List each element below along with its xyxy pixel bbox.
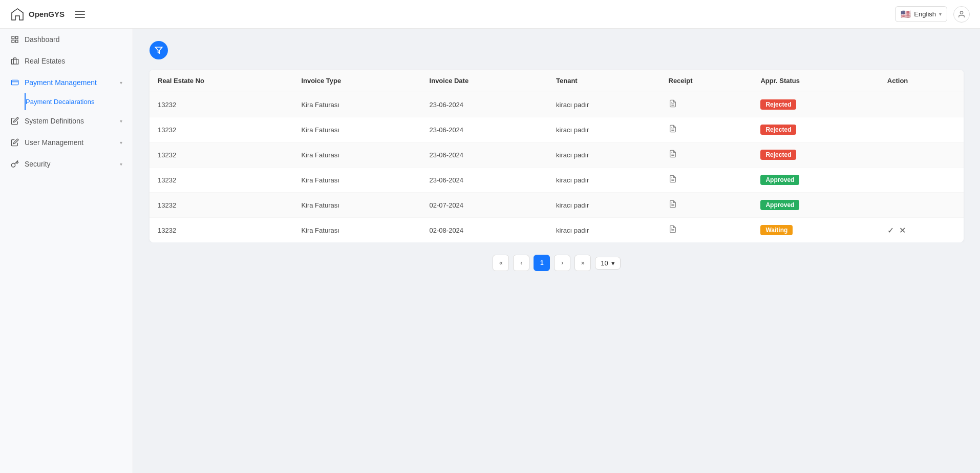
svg-rect-4 (15, 40, 18, 43)
sidebar-label-real-estates: Real Estates (25, 57, 122, 65)
svg-rect-2 (15, 36, 18, 39)
cell-action: ✓ ✕ (879, 218, 964, 243)
cell-receipt[interactable] (661, 168, 753, 193)
col-receipt: Receipt (661, 70, 753, 92)
cell-invoice-type: Kira Faturası (293, 142, 421, 168)
grid-icon (10, 35, 19, 44)
hamburger-button[interactable] (73, 9, 87, 20)
cell-real-estate-no: 13232 (150, 193, 293, 218)
status-badge: Rejected (760, 125, 796, 135)
cell-invoice-type: Kira Faturası (293, 92, 421, 117)
sidebar-label-payment-management: Payment Management (25, 78, 115, 87)
filter-button[interactable] (150, 41, 168, 59)
receipt-doc-icon[interactable] (669, 126, 677, 135)
status-badge: Waiting (760, 225, 793, 235)
user-management-icon (10, 138, 19, 147)
chevron-icon-payment: ▾ (120, 80, 122, 86)
key-icon (10, 159, 19, 169)
filter-icon (155, 46, 163, 54)
receipt-doc-icon[interactable] (669, 176, 677, 185)
hamburger-line1 (75, 11, 85, 12)
action-icons: ✓ ✕ (887, 225, 955, 235)
pagination-last-button[interactable]: » (574, 255, 591, 271)
sidebar-label-dashboard: Dashboard (25, 35, 122, 44)
svg-rect-5 (11, 59, 18, 64)
status-badge: Rejected (760, 150, 796, 160)
table-row: 13232 Kira Faturası 23-06-2024 kiracı pa… (150, 92, 964, 117)
cell-invoice-date: 23-06-2024 (421, 142, 548, 168)
cell-receipt[interactable] (661, 218, 753, 243)
cell-real-estate-no: 13232 (150, 168, 293, 193)
col-action: Action (879, 70, 964, 92)
cell-status: Rejected (752, 92, 879, 117)
pagination-first-button[interactable]: « (493, 255, 509, 271)
cell-receipt[interactable] (661, 92, 753, 117)
edit-icon (10, 116, 19, 126)
sidebar-sub-payment: Payment Decalarations (0, 93, 133, 110)
sidebar-item-system-definitions[interactable]: System Definitions ▾ (0, 110, 133, 132)
status-badge: Approved (760, 200, 799, 210)
user-profile-button[interactable] (953, 6, 970, 23)
pagination-next-button[interactable]: › (554, 255, 570, 271)
cell-status: Rejected (752, 117, 879, 142)
user-icon (957, 10, 966, 18)
col-appr-status: Appr. Status (752, 70, 879, 92)
cell-receipt[interactable] (661, 142, 753, 168)
sidebar-label-user-management: User Management (25, 138, 115, 147)
cell-receipt[interactable] (661, 117, 753, 142)
building-icon (10, 56, 19, 66)
receipt-doc-icon[interactable] (669, 201, 677, 210)
status-badge: Approved (760, 175, 799, 185)
sidebar-item-payment-management[interactable]: Payment Management ▾ (0, 72, 133, 93)
page-size-selector[interactable]: 10 ▾ (595, 257, 620, 270)
svg-point-0 (960, 11, 963, 14)
main-content: Real Estate No Invoice Type Invoice Date… (133, 29, 980, 473)
cell-invoice-date: 02-08-2024 (421, 218, 548, 243)
cell-invoice-date: 23-06-2024 (421, 168, 548, 193)
cell-invoice-type: Kira Faturası (293, 168, 421, 193)
table-row: 13232 Kira Faturası 23-06-2024 kiracı pa… (150, 117, 964, 142)
layout: Dashboard Real Estates Payment Managemen… (0, 29, 980, 473)
page-size-value: 10 (601, 259, 608, 267)
sidebar-item-real-estates[interactable]: Real Estates (0, 50, 133, 72)
cell-action (879, 193, 964, 218)
hamburger-line3 (75, 17, 85, 18)
top-nav: OpenGYS 🇺🇸 English ▾ (0, 0, 980, 29)
table-row: 13232 Kira Faturası 02-07-2024 kiracı pa… (150, 193, 964, 218)
cell-status: Waiting (752, 218, 879, 243)
status-badge: Rejected (760, 99, 796, 110)
cell-action (879, 92, 964, 117)
svg-rect-3 (12, 40, 14, 43)
sidebar-item-dashboard[interactable]: Dashboard (0, 29, 133, 50)
logo-icon (10, 7, 25, 22)
cell-action (879, 168, 964, 193)
cell-status: Approved (752, 193, 879, 218)
cell-receipt[interactable] (661, 193, 753, 218)
pagination-prev-button[interactable]: ‹ (513, 255, 529, 271)
chevron-icon-system: ▾ (120, 118, 122, 124)
sidebar-item-security[interactable]: Security ▾ (0, 153, 133, 175)
payment-icon (10, 78, 19, 87)
page-size-arrow: ▾ (611, 259, 615, 267)
cell-tenant: kiracı padır (548, 142, 660, 168)
table-row: 13232 Kira Faturası 23-06-2024 kiracı pa… (150, 168, 964, 193)
approve-button[interactable]: ✓ (887, 225, 894, 235)
receipt-doc-icon[interactable] (669, 101, 677, 110)
cell-tenant: kiracı padır (548, 117, 660, 142)
table-row: 13232 Kira Faturası 23-06-2024 kiracı pa… (150, 142, 964, 168)
svg-rect-6 (11, 80, 18, 85)
pagination-page-1-button[interactable]: 1 (534, 255, 550, 271)
language-label: English (914, 10, 936, 18)
reject-button[interactable]: ✕ (899, 225, 906, 235)
receipt-doc-icon[interactable] (669, 151, 677, 160)
col-real-estate-no: Real Estate No (150, 70, 293, 92)
cell-invoice-date: 23-06-2024 (421, 92, 548, 117)
language-selector[interactable]: 🇺🇸 English ▾ (895, 6, 947, 22)
flag-icon: 🇺🇸 (901, 9, 911, 19)
chevron-icon-user: ▾ (120, 140, 122, 146)
sidebar-sub-item-payment-declarations[interactable]: Payment Decalarations (25, 93, 133, 110)
receipt-doc-icon[interactable] (669, 227, 677, 235)
cell-tenant: kiracı padır (548, 92, 660, 117)
sidebar-item-user-management[interactable]: User Management ▾ (0, 132, 133, 153)
sidebar-sub-label-payment-declarations: Payment Decalarations (26, 98, 94, 106)
